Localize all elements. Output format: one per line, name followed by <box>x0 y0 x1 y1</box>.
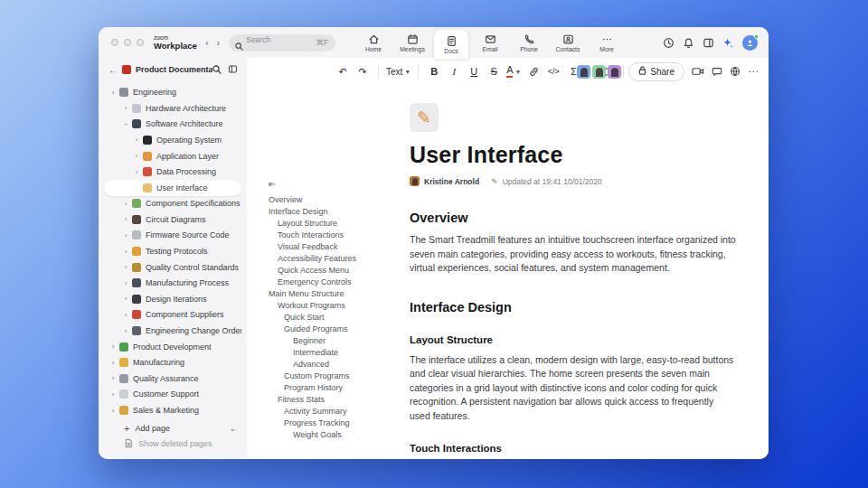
zoom-window-button[interactable] <box>137 39 144 46</box>
sidebar-item-design-iterations[interactable]: ›Design Iterations <box>99 291 247 307</box>
tab-contacts[interactable]: Contacts <box>551 29 585 56</box>
share-button[interactable]: Share <box>628 62 684 81</box>
collaborator-avatar-1[interactable] <box>577 65 590 79</box>
underline-button[interactable]: U <box>466 62 482 80</box>
sidebar-item-circuit-diagrams[interactable]: ›Circuit Diagrams <box>99 211 247 228</box>
sidebar-item-testing-protocols[interactable]: ›Testing Protocols <box>99 243 247 259</box>
link-icon[interactable] <box>525 62 542 80</box>
workspace-title[interactable]: Product Documenta... <box>136 65 212 74</box>
doc-heading-layout-structure[interactable]: Layout Structure <box>410 334 736 345</box>
outline-item-intermediate[interactable]: Intermediate <box>269 347 399 359</box>
history-back-button[interactable]: ‹ <box>205 37 209 48</box>
chat-icon[interactable] <box>712 66 722 77</box>
outline-item-guided-programs[interactable]: Guided Programs <box>269 324 399 335</box>
sidebar-item-component-suppliers[interactable]: ›Component Suppliers <box>99 307 247 324</box>
doc-heading-interface-design[interactable]: Interface Design <box>410 300 736 314</box>
tab-docs[interactable]: Docs <box>434 30 468 59</box>
doc-heading-overview[interactable]: Overview <box>410 211 736 225</box>
chevron-right-icon[interactable]: › <box>109 343 117 351</box>
chevron-right-icon[interactable]: › <box>122 311 129 319</box>
globe-icon[interactable] <box>730 66 741 77</box>
outline-item-custom-programs[interactable]: Custom Programs <box>269 371 399 382</box>
sidebar-item-manufacturing-process[interactable]: ›Manufacturing Process <box>99 275 247 291</box>
tab-meetings[interactable]: Meetings <box>395 29 429 56</box>
chevron-right-icon[interactable]: › <box>109 407 117 415</box>
outline-item-accessibility-features[interactable]: Accessibility Features <box>269 253 399 265</box>
minimize-window-button[interactable] <box>124 39 131 46</box>
user-avatar[interactable] <box>742 35 758 51</box>
chevron-right-icon[interactable]: › <box>133 168 140 176</box>
chevron-right-icon[interactable]: › <box>122 104 129 112</box>
outline-item-program-history[interactable]: Program History <box>269 382 399 394</box>
outline-item-weight-goals[interactable]: Weight Goals <box>269 429 399 441</box>
sidebar-item-engineering[interactable]: ›Engineering <box>99 84 247 100</box>
sidebar-item-software-architecture[interactable]: ›Software Architecture <box>99 117 247 133</box>
sidebar-item-component-specifications[interactable]: ›Component Specifications <box>99 196 247 212</box>
doc-paragraph[interactable]: The Smart Treadmill features an intuitiv… <box>410 233 736 276</box>
outline-item-workout-programs[interactable]: Workout Programs <box>269 300 399 312</box>
italic-button[interactable]: I <box>446 62 462 80</box>
text-color-dropdown[interactable]: A▼ <box>505 62 522 80</box>
panel-icon[interactable] <box>703 37 714 49</box>
strikethrough-button[interactable]: S <box>486 62 502 80</box>
outline-item-activity-summary[interactable]: Activity Summary <box>269 406 399 418</box>
collaborator-avatar-3[interactable] <box>608 65 621 79</box>
close-window-button[interactable] <box>111 39 118 46</box>
sidebar-item-application-layer[interactable]: ›Application Layer <box>99 148 247 164</box>
outline-item-overview[interactable]: Overview <box>269 194 399 206</box>
redo-button[interactable]: ↷ <box>354 62 371 80</box>
tab-phone[interactable]: Phone <box>512 29 546 56</box>
document-content[interactable]: ✎ User Interface Kristine Arnold ✎ Updat… <box>399 85 769 459</box>
tab-email[interactable]: Email <box>473 29 507 56</box>
doc-title[interactable]: User Interface <box>410 142 736 168</box>
more-options-icon[interactable]: ⋯ <box>748 65 760 78</box>
outline-item-advanced[interactable]: Advanced <box>269 359 399 371</box>
bold-button[interactable]: B <box>426 62 442 80</box>
chevron-right-icon[interactable]: › <box>109 374 117 382</box>
outline-item-quick-access-menu[interactable]: Quick Access Menu <box>269 265 399 277</box>
sidebar-item-quality-control-standards[interactable]: ›Quality Control Standards <box>99 259 247 276</box>
clock-icon[interactable] <box>663 37 675 49</box>
video-camera-icon[interactable] <box>692 66 704 77</box>
sidebar-item-operating-system[interactable]: ›Operating System <box>99 132 247 148</box>
chevron-right-icon[interactable]: › <box>122 327 129 335</box>
outline-item-interface-design[interactable]: Interface Design <box>269 206 399 218</box>
chevron-right-icon[interactable]: › <box>109 89 117 97</box>
sidebar-item-manufacturing[interactable]: ›Manufacturing <box>99 354 247 371</box>
search-input[interactable]: Search ⌘F <box>229 34 335 52</box>
add-page-button[interactable]: + Add page ⌄ <box>99 420 247 436</box>
sidebar-item-customer-support[interactable]: ›Customer Support <box>99 387 247 403</box>
outline-item-visual-feedback[interactable]: Visual Feedback <box>269 241 399 253</box>
sidebar-item-quality-assurance[interactable]: ›Quality Assurance <box>99 371 247 387</box>
outline-item-progress-tracking[interactable]: Progress Tracking <box>269 418 399 429</box>
chevron-right-icon[interactable]: › <box>122 231 129 239</box>
chevron-down-icon[interactable]: › <box>122 120 130 127</box>
outline-item-touch-interactions[interactable]: Touch Interactions <box>269 230 399 241</box>
chevron-right-icon[interactable]: › <box>122 248 129 256</box>
text-style-dropdown[interactable]: Text▼ <box>386 62 410 80</box>
sidebar-item-engineering-change-orders[interactable]: ›Engineering Change Orders <box>99 323 247 339</box>
sidebar-item-product-development[interactable]: ›Product Development <box>99 339 247 355</box>
window-controls[interactable] <box>111 39 144 46</box>
history-forward-button[interactable]: › <box>217 37 221 48</box>
doc-paragraph[interactable]: The interface utilizes a clean, modern d… <box>410 353 736 424</box>
collapse-outline-icon[interactable]: ⇤ <box>269 179 399 189</box>
outline-item-emergency-controls[interactable]: Emergency Controls <box>269 277 399 288</box>
outline-item-main-menu-structure[interactable]: Main Menu Structure <box>269 288 399 300</box>
outline-item-beginner[interactable]: Beginner <box>269 335 399 347</box>
chevron-right-icon[interactable]: › <box>122 215 129 223</box>
chevron-right-icon[interactable]: › <box>133 136 140 144</box>
chevron-right-icon[interactable]: › <box>122 263 129 271</box>
chevron-right-icon[interactable]: › <box>122 200 129 208</box>
outline-item-layout-structure[interactable]: Layout Structure <box>269 218 399 230</box>
outline-item-fitness-stats[interactable]: Fitness Stats <box>269 394 399 406</box>
chevron-right-icon[interactable]: › <box>109 359 117 367</box>
back-icon[interactable]: ← <box>108 65 118 75</box>
chevron-right-icon[interactable]: › <box>122 295 129 303</box>
code-button[interactable]: </> <box>545 62 561 80</box>
sidebar-search-icon[interactable] <box>212 61 222 78</box>
doc-heading-touch-interactions[interactable]: Touch Interactions <box>410 443 736 454</box>
sidebar-item-user-interface[interactable]: User Interface <box>104 180 241 196</box>
collaborator-avatar-2[interactable] <box>592 65 606 79</box>
chevron-right-icon[interactable]: › <box>133 152 140 160</box>
